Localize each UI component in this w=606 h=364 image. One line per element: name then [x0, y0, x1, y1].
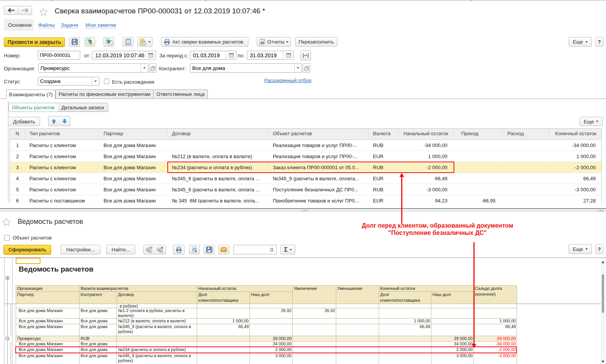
svg-text:C: C: [160, 250, 162, 252]
svg-text:C: C: [149, 250, 151, 252]
